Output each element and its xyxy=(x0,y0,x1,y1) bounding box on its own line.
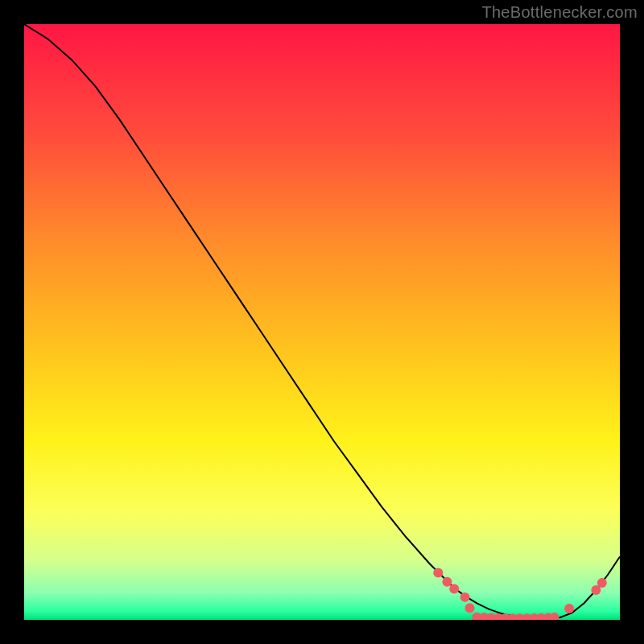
data-marker xyxy=(442,577,452,587)
chart-plot xyxy=(24,24,620,620)
data-marker xyxy=(433,568,443,578)
data-marker xyxy=(460,592,470,602)
data-marker xyxy=(564,604,574,613)
watermark-text: TheBottlenecker.com xyxy=(481,3,638,22)
data-marker xyxy=(597,578,607,588)
chart-frame: TheBottlenecker.com xyxy=(0,0,644,644)
gradient-background xyxy=(24,24,620,620)
data-marker xyxy=(449,584,459,594)
data-marker xyxy=(465,603,475,613)
